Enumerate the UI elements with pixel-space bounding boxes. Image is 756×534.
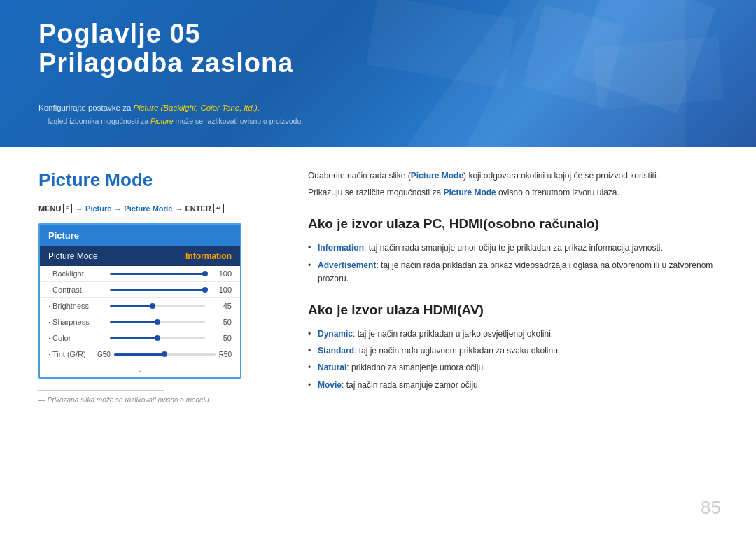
tint-right: R50 xyxy=(219,351,232,358)
slider-fill xyxy=(110,305,153,307)
chapter-label: Poglavlje 05 xyxy=(38,20,293,49)
slider-label: · Backlight xyxy=(48,269,104,278)
menu-picture: Picture xyxy=(85,204,111,213)
slider-value: 50 xyxy=(211,318,232,326)
intro2-start: Prikazuju se različite mogućnosti za xyxy=(308,188,443,197)
section1-bullets: Information: taj način rada smanjuje umo… xyxy=(308,241,721,286)
term: Movie xyxy=(318,380,342,390)
arrow2: → xyxy=(114,205,121,213)
slider-thumb xyxy=(155,335,160,341)
term-suffix: : prikladno za smanjenje umora očiju. xyxy=(346,363,485,372)
intro1-end: ) koji odgovara okolini u kojoj će se pr… xyxy=(463,171,659,181)
list-item: Movie: taj način rada smanjuje zamor oči… xyxy=(308,379,721,392)
term-suffix: : taj je način rada uglavnom prikladan z… xyxy=(354,346,560,356)
tint-label: · Tint (G/R) xyxy=(48,350,97,358)
intro2-end: ovisno o trenutnom izvoru ulaza. xyxy=(496,188,620,197)
slider-fill xyxy=(110,337,158,339)
left-column: Picture Mode MENU ≡ → Picture → Picture … xyxy=(0,147,287,534)
chevron-row: ⌄ xyxy=(40,362,240,377)
slider-thumb xyxy=(150,303,155,309)
picture-ui-header: Picture xyxy=(40,225,240,246)
header-desc-suffix: . xyxy=(258,104,260,112)
term: Dynamic xyxy=(318,329,353,339)
intro1-prefix: Odaberite način rada slike ( xyxy=(308,171,411,181)
sliders-container: · Backlight 100 · Contrast 100 · Brightn… xyxy=(40,266,240,346)
slider-fill xyxy=(110,321,158,323)
intro1-bold: Picture Mode xyxy=(411,171,463,181)
slider-track xyxy=(110,337,205,339)
arrow3: → xyxy=(175,205,182,213)
slider-row: · Brightness 45 xyxy=(40,298,240,314)
slider-label: · Color xyxy=(48,334,104,342)
header-note-suffix: može se razlikovati ovisno o proizvodu. xyxy=(174,117,304,125)
tint-slider-track xyxy=(114,353,216,356)
header-note-prefix: — Izgled izbornika mogućnosti za xyxy=(38,117,150,125)
section2-heading: Ako je izvor ulaza HDMI(AV) xyxy=(308,302,721,318)
slider-row: · Sharpness 50 xyxy=(40,314,240,330)
slider-label: · Sharpness xyxy=(48,318,104,326)
tint-slider-thumb xyxy=(162,351,167,357)
picture-mode-row: Picture Mode Information xyxy=(40,246,240,266)
chapter-subtitle: Prilagodba zaslona xyxy=(38,49,293,78)
right-column: Odaberite način rada slike (Picture Mode… xyxy=(287,147,756,534)
list-item: Standard: taj je način rada uglavnom pri… xyxy=(308,344,721,358)
slider-row: · Color 50 xyxy=(40,330,240,346)
shape3 xyxy=(592,36,723,110)
menu-picture-mode: Picture Mode xyxy=(124,204,172,213)
menu-icon: ≡ xyxy=(63,204,72,213)
tint-row: · Tint (G/R) G50 R50 xyxy=(40,346,240,362)
term: Standard xyxy=(318,346,354,356)
menu-enter: ENTER xyxy=(185,204,211,213)
intro2-bold: Picture Mode xyxy=(443,188,496,197)
slider-track xyxy=(110,321,205,323)
main-content: Picture Mode MENU ≡ → Picture → Picture … xyxy=(0,147,756,534)
slider-label: · Contrast xyxy=(48,286,104,294)
page-number: 85 xyxy=(701,497,721,519)
header-text: Poglavlje 05 Prilagodba zaslona xyxy=(38,20,293,78)
menu-word: MENU xyxy=(38,204,61,213)
mode-value: Information xyxy=(186,251,232,261)
menu-path: MENU ≡ → Picture → Picture Mode → ENTER … xyxy=(38,204,259,213)
header-note: — Izgled izbornika mogućnosti za Picture… xyxy=(38,117,303,125)
header-desc: Konfigurirajte postavke za Picture (Back… xyxy=(38,104,260,112)
enter-icon: ↵ xyxy=(214,204,224,213)
term: Natural xyxy=(318,363,346,372)
tint-slider-fill xyxy=(114,353,164,356)
slider-track xyxy=(110,289,205,291)
section1-heading: Ako je izvor ulaza PC, HDMI(osobno račun… xyxy=(308,216,721,232)
term-suffix: : taj je način rada prikladan za prikaz … xyxy=(318,260,713,283)
term-suffix: : taj način rada smanjuje zamor očiju. xyxy=(342,380,480,390)
term-suffix: : taj je način rada prikladan u jarko os… xyxy=(353,329,553,339)
mode-label: Picture Mode xyxy=(48,251,98,261)
image-note: — Prikazana slika može se razlikovati ov… xyxy=(38,396,259,404)
term: Advertisement xyxy=(318,260,376,270)
list-item: Advertisement: taj je način rada priklad… xyxy=(308,259,721,286)
slider-fill xyxy=(110,273,205,275)
slider-label: · Brightness xyxy=(48,302,104,310)
header-desc-highlight: Picture (Backlight, Color Tone, itd.) xyxy=(134,104,258,112)
slider-fill xyxy=(110,289,205,291)
tint-left: G50 xyxy=(97,351,111,358)
decorative-shapes xyxy=(336,0,756,147)
slider-value: 45 xyxy=(211,302,232,310)
slider-thumb xyxy=(202,271,208,276)
term-suffix: : taj način rada smanjuje umor očiju te … xyxy=(364,243,663,253)
section2-bullets: Dynamic: taj je način rada prikladan u j… xyxy=(308,328,721,392)
list-item: Dynamic: taj je način rada prikladan u j… xyxy=(308,328,721,341)
list-item: Information: taj način rada smanjuje umo… xyxy=(308,241,721,255)
slider-value: 50 xyxy=(211,334,232,342)
picture-mode-title: Picture Mode xyxy=(38,169,259,191)
intro-text2: Prikazuju se različite mogućnosti za Pic… xyxy=(308,186,721,199)
slider-row: · Backlight 100 xyxy=(40,266,240,282)
divider-line xyxy=(38,390,164,391)
header-desc-prefix: Konfigurirajte postavke za xyxy=(38,104,134,112)
slider-value: 100 xyxy=(211,286,232,294)
slider-thumb xyxy=(155,319,160,325)
shape2 xyxy=(523,5,626,108)
slider-track xyxy=(110,305,205,307)
slider-thumb xyxy=(202,287,208,293)
intro-text1: Odaberite način rada slike (Picture Mode… xyxy=(308,169,721,183)
slider-row: · Contrast 100 xyxy=(40,282,240,298)
header-note-highlight: Picture xyxy=(150,117,174,125)
slider-track xyxy=(110,273,205,275)
